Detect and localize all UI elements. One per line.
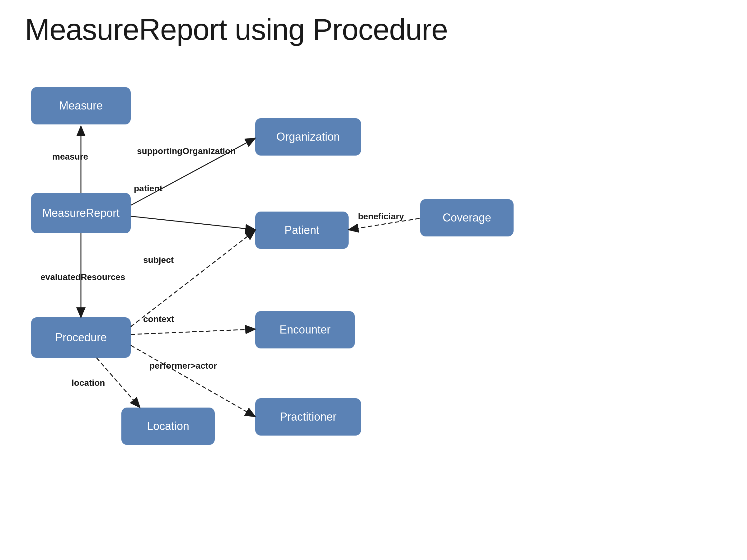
svg-line-4 xyxy=(131,216,255,230)
label-beneficiary: beneficiary xyxy=(358,212,404,221)
svg-line-8 xyxy=(131,345,255,416)
node-organization: Organization xyxy=(255,118,361,156)
node-procedure: Procedure xyxy=(31,317,131,358)
node-coverage: Coverage xyxy=(420,199,514,236)
label-location: location xyxy=(72,378,105,388)
label-patient: patient xyxy=(134,184,162,193)
node-patient: Patient xyxy=(255,212,349,249)
node-location: Location xyxy=(121,407,215,445)
label-supportingOrganization: supportingOrganization xyxy=(137,146,236,156)
svg-line-6 xyxy=(131,231,255,327)
label-subject: subject xyxy=(143,255,174,265)
node-practitioner: Practitioner xyxy=(255,398,361,435)
label-measure: measure xyxy=(52,152,88,162)
node-measurereport: MeasureReport xyxy=(31,193,131,233)
label-performerActor: performer>actor xyxy=(149,361,217,371)
node-measure: Measure xyxy=(31,87,131,125)
node-encounter: Encounter xyxy=(255,311,355,348)
label-evaluatedResources: evaluatedResources xyxy=(41,272,125,282)
page-title: MeasureReport using Procedure xyxy=(25,12,447,47)
svg-line-7 xyxy=(131,329,255,335)
label-context: context xyxy=(143,314,174,324)
